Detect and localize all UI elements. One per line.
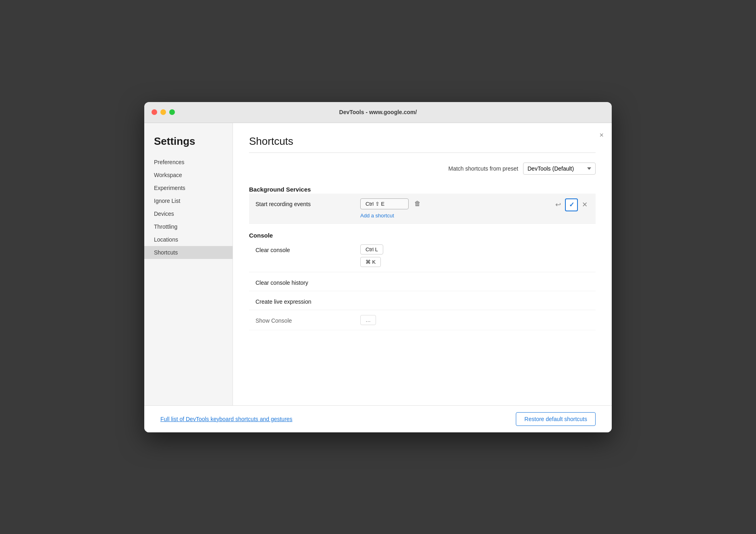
maximize-window-button[interactable] (169, 109, 175, 115)
preset-row: Match shortcuts from preset DevTools (De… (249, 163, 596, 175)
page-title: Shortcuts (249, 135, 596, 148)
shortcut-name-clear-console-history: Clear console history (255, 277, 360, 286)
devtools-window: DevTools - www.google.com/ Settings Pref… (144, 102, 612, 432)
sidebar: Settings Preferences Workspace Experimen… (144, 123, 233, 405)
shortcut-name-clear-console: Clear console (255, 244, 360, 253)
shortcut-name-create-live-expression: Create live expression (255, 296, 360, 305)
sidebar-item-ignore-list[interactable]: Ignore List (144, 194, 233, 207)
key-row-ctrl-l: Ctrl L (360, 244, 589, 254)
restore-defaults-button[interactable]: Restore default shortcuts (516, 412, 596, 426)
shortcut-row-create-live-expression: Create live expression (249, 291, 596, 310)
shortcut-row-show-console: Show Console … (249, 310, 596, 330)
preset-label: Match shortcuts from preset (448, 165, 518, 172)
checkmark-icon: ✓ (569, 201, 574, 209)
section-background-services-title: Background Services (249, 186, 596, 193)
window-controls (152, 109, 175, 115)
preset-select[interactable]: DevTools (Default) Visual Studio Code (523, 163, 596, 175)
trash-icon: 🗑 (414, 200, 421, 207)
shortcut-name-show-console: Show Console (255, 315, 360, 324)
confirm-button[interactable]: ✓ (565, 198, 578, 211)
cancel-button[interactable]: ✕ (580, 199, 589, 211)
sidebar-item-locations[interactable]: Locations (144, 233, 233, 246)
minimize-window-button[interactable] (160, 109, 166, 115)
settings-close-button[interactable]: × (599, 131, 604, 140)
sidebar-item-preferences[interactable]: Preferences (144, 156, 233, 169)
main-content: × Shortcuts Match shortcuts from preset … (233, 123, 612, 405)
sidebar-item-experiments[interactable]: Experiments (144, 181, 233, 194)
edit-actions: ↩ ✓ ✕ (554, 198, 589, 211)
section-console-title: Console (249, 232, 596, 239)
key-row-show-console: … (360, 315, 589, 325)
shortcut-row-clear-console: Clear console Ctrl L ⌘ K (249, 240, 596, 272)
window-title: DevTools - www.google.com/ (339, 109, 417, 115)
add-shortcut-link[interactable]: Add a shortcut (360, 213, 554, 219)
sidebar-item-throttling[interactable]: Throttling (144, 220, 233, 233)
full-list-link[interactable]: Full list of DevTools keyboard shortcuts… (160, 416, 293, 422)
titlebar: DevTools - www.google.com/ (144, 102, 612, 123)
key-badge-ctrl-l: Ctrl L (360, 244, 383, 254)
undo-button[interactable]: ↩ (554, 199, 563, 211)
key-badge-show-console: … (360, 315, 376, 325)
sidebar-item-shortcuts[interactable]: Shortcuts (144, 246, 233, 259)
title-divider (249, 152, 596, 153)
shortcut-row-clear-console-history: Clear console history (249, 272, 596, 291)
key-badge-cmd-k: ⌘ K (360, 257, 381, 267)
undo-icon: ↩ (555, 201, 561, 209)
sidebar-heading: Settings (144, 135, 233, 156)
x-icon: ✕ (582, 201, 588, 209)
close-window-button[interactable] (152, 109, 157, 115)
window-content: Settings Preferences Workspace Experimen… (144, 123, 612, 405)
shortcut-keys-show-console: … (360, 315, 589, 325)
key-row-cmd-k: ⌘ K (360, 257, 589, 267)
sidebar-item-devices[interactable]: Devices (144, 207, 233, 220)
shortcut-name-start-recording: Start recording events (255, 198, 360, 207)
shortcut-keys-start-recording: Ctrl ⇧ E 🗑 Add a shortcut (360, 198, 554, 219)
sidebar-item-workspace[interactable]: Workspace (144, 169, 233, 181)
key-badge-ctrl-shift-e[interactable]: Ctrl ⇧ E (360, 198, 409, 209)
shortcut-keys-clear-console: Ctrl L ⌘ K (360, 244, 589, 267)
footer: Full list of DevTools keyboard shortcuts… (144, 405, 612, 432)
delete-shortcut-button[interactable]: 🗑 (413, 198, 422, 209)
key-input-row: Ctrl ⇧ E 🗑 (360, 198, 554, 209)
shortcut-row-start-recording: Start recording events Ctrl ⇧ E 🗑 Add a … (249, 194, 596, 224)
